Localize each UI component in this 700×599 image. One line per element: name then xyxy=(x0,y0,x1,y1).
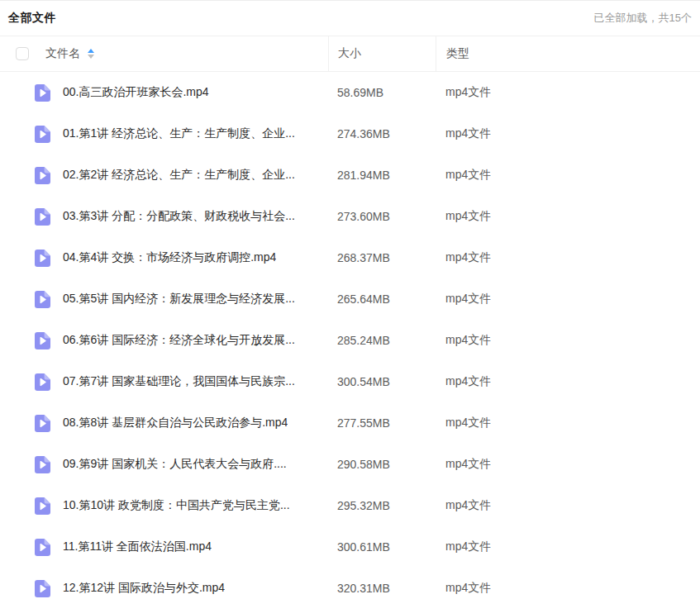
load-status: 已全部加载，共15个 xyxy=(594,11,692,26)
file-size: 268.37MB xyxy=(328,251,436,264)
file-name-cell: 10.第10讲 政党制度：中国共产党与民主党... xyxy=(0,497,328,515)
table-row[interactable]: 10.第10讲 政党制度：中国共产党与民主党... 295.32MB mp4文件 xyxy=(0,485,700,526)
video-file-play-icon xyxy=(35,250,50,267)
column-header-name-label[interactable]: 文件名 xyxy=(45,46,80,61)
file-name[interactable]: 11.第11讲 全面依法治国.mp4 xyxy=(63,540,212,554)
table-row[interactable]: 00.高三政治开班家长会.mp4 58.69MB mp4文件 xyxy=(0,72,700,113)
video-file-play-icon xyxy=(35,373,50,391)
video-file-play-icon xyxy=(35,415,50,432)
file-name[interactable]: 12.第12讲 国际政治与外交.mp4 xyxy=(63,581,225,596)
file-name[interactable]: 00.高三政治开班家长会.mp4 xyxy=(63,85,209,100)
file-name-cell: 07.第7讲 国家基础理论，我国国体与民族宗... xyxy=(0,373,328,391)
video-file-play-icon xyxy=(35,84,50,102)
table-row[interactable]: 05.第5讲 国内经济：新发展理念与经济发展... 265.64MB mp4文件 xyxy=(0,278,700,320)
file-name[interactable]: 04.第4讲 交换：市场经济与政府调控.mp4 xyxy=(63,250,276,265)
sort-carets-icon[interactable] xyxy=(88,49,94,59)
file-size: 320.31MB xyxy=(328,582,436,595)
file-size: 281.94MB xyxy=(328,169,436,182)
file-type: mp4文件 xyxy=(436,540,700,554)
column-header-type-label: 类型 xyxy=(446,46,469,61)
column-header-size-label: 大小 xyxy=(338,46,361,61)
table-row[interactable]: 01.第1讲 经济总论、生产：生产制度、企业... 274.36MB mp4文件 xyxy=(0,113,700,155)
column-header-size: 大小 xyxy=(328,36,436,71)
video-file-play-icon xyxy=(35,208,50,226)
table-row[interactable]: 03.第3讲 分配：分配政策、财政税收与社会... 273.60MB mp4文件 xyxy=(0,196,700,237)
file-name[interactable]: 06.第6讲 国际经济：经济全球化与开放发展... xyxy=(63,333,295,348)
file-size: 274.36MB xyxy=(328,127,436,140)
file-name[interactable]: 07.第7讲 国家基础理论，我国国体与民族宗... xyxy=(63,374,295,389)
table-row[interactable]: 06.第6讲 国际经济：经济全球化与开放发展... 285.24MB mp4文件 xyxy=(0,320,700,361)
file-name[interactable]: 01.第1讲 经济总论、生产：生产制度、企业... xyxy=(63,126,295,141)
video-file-play-icon xyxy=(35,539,50,556)
file-size: 265.64MB xyxy=(328,292,436,306)
table-row[interactable]: 08.第8讲 基层群众自治与公民政治参与.mp4 277.55MB mp4文件 xyxy=(0,402,700,444)
file-name[interactable]: 02.第2讲 经济总论、生产：生产制度、企业... xyxy=(63,168,295,183)
file-name-cell: 03.第3讲 分配：分配政策、财政税收与社会... xyxy=(0,208,328,226)
file-name-cell: 08.第8讲 基层群众自治与公民政治参与.mp4 xyxy=(0,415,328,432)
file-size: 290.58MB xyxy=(328,458,436,471)
table-row[interactable]: 07.第7讲 国家基础理论，我国国体与民族宗... 300.54MB mp4文件 xyxy=(0,361,700,402)
file-type: mp4文件 xyxy=(436,250,700,265)
table-row[interactable]: 09.第9讲 国家机关：人民代表大会与政府.... 290.58MB mp4文件 xyxy=(0,444,700,485)
file-name-cell: 04.第4讲 交换：市场经济与政府调控.mp4 xyxy=(0,250,328,267)
file-name-cell: 05.第5讲 国内经济：新发展理念与经济发展... xyxy=(0,291,328,308)
video-file-play-icon xyxy=(35,456,50,473)
file-name-cell: 06.第6讲 国际经济：经济全球化与开放发展... xyxy=(0,332,328,349)
file-type: mp4文件 xyxy=(436,581,700,596)
file-type: mp4文件 xyxy=(436,457,700,472)
table-row[interactable]: 04.第4讲 交换：市场经济与政府调控.mp4 268.37MB mp4文件 xyxy=(0,237,700,278)
video-file-play-icon xyxy=(35,167,50,184)
video-file-play-icon xyxy=(35,332,50,349)
file-name[interactable]: 05.第5讲 国内经济：新发展理念与经济发展... xyxy=(63,292,295,307)
file-size: 285.24MB xyxy=(328,334,436,347)
table-row[interactable]: 12.第12讲 国际政治与外交.mp4 320.31MB mp4文件 xyxy=(0,568,700,599)
file-name[interactable]: 03.第3讲 分配：分配政策、财政税收与社会... xyxy=(63,209,295,224)
file-size: 273.60MB xyxy=(328,210,436,223)
file-name[interactable]: 10.第10讲 政党制度：中国共产党与民主党... xyxy=(63,498,290,513)
table-row[interactable]: 11.第11讲 全面依法治国.mp4 300.61MB mp4文件 xyxy=(0,526,700,568)
file-type: mp4文件 xyxy=(436,498,700,513)
file-name-cell: 02.第2讲 经济总论、生产：生产制度、企业... xyxy=(0,167,328,184)
file-name-cell: 01.第1讲 经济总论、生产：生产制度、企业... xyxy=(0,126,328,143)
file-type: mp4文件 xyxy=(436,292,700,307)
column-header-name: 文件名 xyxy=(0,36,328,71)
file-name-cell: 12.第12讲 国际政治与外交.mp4 xyxy=(0,580,328,597)
page-title: 全部文件 xyxy=(8,11,56,26)
file-type: mp4文件 xyxy=(436,416,700,430)
file-type: mp4文件 xyxy=(436,168,700,183)
caret-up-icon xyxy=(88,49,94,53)
video-file-play-icon xyxy=(35,580,50,597)
file-name-cell: 11.第11讲 全面依法治国.mp4 xyxy=(0,539,328,556)
file-size: 58.69MB xyxy=(328,86,436,99)
file-type: mp4文件 xyxy=(436,374,700,389)
caret-down-icon xyxy=(88,55,94,59)
file-size: 295.32MB xyxy=(328,499,436,512)
file-size: 300.61MB xyxy=(328,540,436,554)
video-file-play-icon xyxy=(35,126,50,143)
file-type: mp4文件 xyxy=(436,126,700,141)
file-table-body: 00.高三政治开班家长会.mp4 58.69MB mp4文件 01.第1讲 经济… xyxy=(0,72,700,599)
table-row[interactable]: 02.第2讲 经济总论、生产：生产制度、企业... 281.94MB mp4文件 xyxy=(0,155,700,196)
file-name[interactable]: 08.第8讲 基层群众自治与公民政治参与.mp4 xyxy=(63,416,288,430)
file-name-cell: 00.高三政治开班家长会.mp4 xyxy=(0,84,328,102)
file-size: 277.55MB xyxy=(328,416,436,430)
video-file-play-icon xyxy=(35,291,50,308)
file-manager-panel: 全部文件 已全部加载，共15个 文件名 大小 类型 xyxy=(0,0,700,599)
column-header-type: 类型 xyxy=(436,36,700,71)
file-type: mp4文件 xyxy=(436,85,700,100)
video-file-play-icon xyxy=(35,497,50,515)
file-name[interactable]: 09.第9讲 国家机关：人民代表大会与政府.... xyxy=(63,457,287,472)
file-size: 300.54MB xyxy=(328,375,436,388)
file-type: mp4文件 xyxy=(436,333,700,348)
file-type: mp4文件 xyxy=(436,209,700,224)
titlebar: 全部文件 已全部加载，共15个 xyxy=(0,1,700,36)
file-name-cell: 09.第9讲 国家机关：人民代表大会与政府.... xyxy=(0,456,328,473)
select-all-checkbox[interactable] xyxy=(16,47,29,60)
table-header: 文件名 大小 类型 xyxy=(0,36,700,72)
